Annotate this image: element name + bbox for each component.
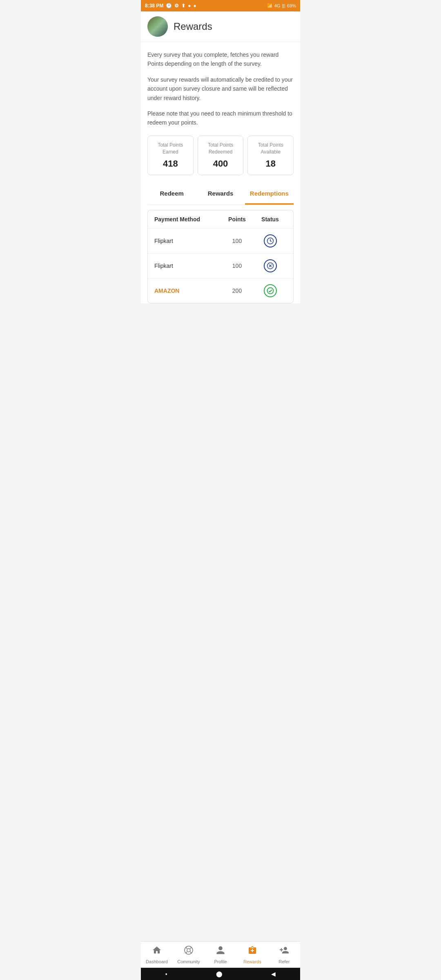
points-earned-value: 418: [152, 158, 189, 169]
description-para1: Every survey that you complete, fetches …: [147, 50, 294, 69]
svg-point-4: [267, 288, 273, 294]
success-icon: [264, 284, 277, 297]
points-earned-label: Total Points Earned: [152, 142, 189, 156]
notification-icon: ●: [194, 3, 196, 9]
description-para2: Your survey rewards will automatically b…: [147, 75, 294, 102]
status-bar: 8:38 PM 🕐 ⚙ ⬆ ● ● 📶 4G ||| 69%: [141, 0, 300, 11]
points-redeemed-card: Total Points Redeemed 400: [198, 136, 244, 176]
header-status: Status: [254, 216, 287, 223]
row1-points: 100: [220, 238, 254, 244]
tabs-container: Redeem Rewards Redemptions: [147, 183, 294, 205]
upload-icon: ⬆: [181, 3, 185, 9]
points-earned-card: Total Points Earned 418: [147, 136, 194, 176]
status-right: 📶 4G ||| 69%: [267, 3, 296, 9]
tab-redemptions[interactable]: Redemptions: [245, 183, 294, 205]
row2-points: 100: [220, 263, 254, 269]
time-display: 8:38 PM: [145, 3, 163, 9]
tab-redeem[interactable]: Redeem: [147, 183, 196, 205]
cancelled-icon: [264, 259, 277, 272]
redemptions-table: Payment Method Points Status Flipkart 10…: [147, 210, 294, 303]
table-row: Flipkart 100: [148, 229, 293, 254]
description-para3: Please note that you need to reach minim…: [147, 109, 294, 127]
row2-status: [254, 259, 287, 272]
main-content: Every survey that you complete, fetches …: [141, 42, 300, 303]
signal-icon: 4G: [274, 3, 281, 8]
battery-display: 69%: [287, 3, 296, 8]
points-available-value: 18: [252, 158, 289, 169]
alarm-icon: 🕐: [166, 3, 172, 9]
row3-status: [254, 284, 287, 297]
page-title: Rewards: [174, 21, 212, 32]
points-available-card: Total Points Available 18: [247, 136, 294, 176]
points-cards-container: Total Points Earned 418 Total Points Red…: [147, 136, 294, 176]
row3-method: AMAZON: [154, 287, 220, 294]
avatar-image: [147, 16, 168, 37]
avatar: [147, 16, 168, 37]
whatsapp-icon: ●: [188, 3, 191, 9]
row1-status: [254, 234, 287, 247]
tab-rewards[interactable]: Rewards: [196, 183, 245, 205]
pending-icon: [264, 234, 277, 247]
header-points: Points: [220, 216, 254, 223]
table-row: Flipkart 100: [148, 254, 293, 278]
table-header-row: Payment Method Points Status: [148, 210, 293, 229]
wifi-icon: 📶: [267, 3, 273, 9]
points-redeemed-value: 400: [202, 158, 239, 169]
content-spacer: [141, 308, 300, 390]
row1-method: Flipkart: [154, 238, 220, 244]
row3-points: 200: [220, 287, 254, 294]
header: Rewards: [141, 11, 300, 42]
header-payment-method: Payment Method: [154, 216, 220, 223]
row2-method: Flipkart: [154, 263, 220, 269]
status-left: 8:38 PM 🕐 ⚙ ⬆ ● ●: [145, 3, 196, 9]
settings-icon: ⚙: [174, 3, 179, 9]
points-available-label: Total Points Available: [252, 142, 289, 156]
table-row: AMAZON 200: [148, 278, 293, 303]
points-redeemed-label: Total Points Redeemed: [202, 142, 239, 156]
signal2-icon: |||: [282, 3, 285, 8]
